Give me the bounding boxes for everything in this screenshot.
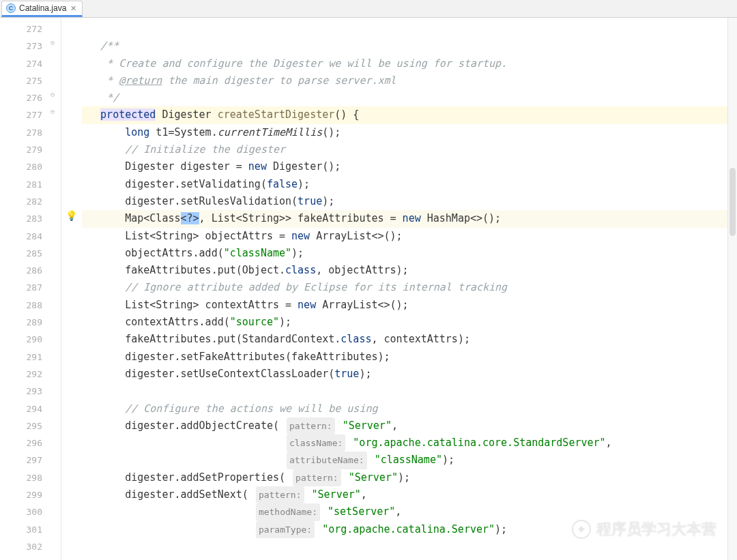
code-line[interactable]: className: "org.apache.catalina.core.Sta… <box>82 434 737 452</box>
code-line[interactable]: digester.addSetProperties( pattern: "Ser… <box>82 469 737 486</box>
code-line[interactable]: List<String> objectAttrs = new ArrayList… <box>82 228 737 245</box>
watermark: ✦ 程序员学习大本营 <box>572 519 717 540</box>
line-number: 278 <box>0 124 42 141</box>
code-line[interactable]: Digester digester = new Digester(); <box>82 158 737 175</box>
line-number: 296 <box>0 434 42 452</box>
parameter-hint: pattern: <box>293 469 341 486</box>
line-number: 297 <box>0 452 42 469</box>
code-line[interactable]: // Ignore attribute added by Eclipse for… <box>82 279 737 296</box>
line-number: 283 <box>0 210 42 227</box>
code-line[interactable]: fakeAttributes.put(StandardContext.class… <box>82 331 737 348</box>
vertical-scrollbar[interactable] <box>727 18 737 560</box>
line-number: 293 <box>0 383 42 400</box>
code-line[interactable]: protected Digester createStartDigester()… <box>82 106 737 123</box>
parameter-hint: attributeName: <box>287 452 367 469</box>
line-number: 273 <box>0 38 42 55</box>
line-number: 279 <box>0 141 42 158</box>
parameter-hint: methodName: <box>256 503 320 520</box>
code-line[interactable]: // Initialize the digester <box>82 141 737 158</box>
parameter-hint: pattern: <box>287 417 335 434</box>
line-number: 289 <box>0 314 42 331</box>
wechat-icon: ✦ <box>572 520 591 539</box>
code-line[interactable] <box>82 538 737 555</box>
line-number: 282 <box>0 193 42 210</box>
line-number: 301 <box>0 521 42 538</box>
java-class-icon: C <box>6 3 16 13</box>
code-line[interactable]: digester.setValidating(false); <box>82 176 737 193</box>
fold-toggle-icon[interactable]: ⊖ <box>50 108 59 116</box>
code-line[interactable] <box>82 383 737 400</box>
line-number: 298 <box>0 469 42 486</box>
code-line[interactable]: digester.setRulesValidation(true); <box>82 193 737 210</box>
line-number: 284 <box>0 228 42 245</box>
lightbulb-icon[interactable]: 💡 <box>66 210 75 220</box>
code-editor[interactable]: 2722732742752762772782792802812822832842… <box>0 18 737 560</box>
line-number: 276 <box>0 89 42 106</box>
close-icon[interactable]: ✕ <box>70 4 76 13</box>
line-number: 287 <box>0 279 42 296</box>
code-line[interactable]: */ <box>82 89 737 106</box>
watermark-text: 程序员学习大本营 <box>596 519 717 540</box>
fold-column: ⊖⊖⊖ <box>49 18 61 560</box>
code-line[interactable]: * @return the main digester to parse ser… <box>82 72 737 89</box>
line-number: 285 <box>0 245 42 262</box>
line-number: 281 <box>0 176 42 193</box>
code-line[interactable]: List<String> contextAttrs = new ArrayLis… <box>82 297 737 314</box>
code-line[interactable]: long t1=System.currentTimeMillis(); <box>82 124 737 141</box>
line-number: 272 <box>0 20 42 38</box>
line-number: 288 <box>0 297 42 314</box>
tab-filename: Catalina.java <box>19 3 66 13</box>
line-number: 277 <box>0 106 42 123</box>
scrollbar-thumb[interactable] <box>729 168 736 236</box>
line-number-gutter: 2722732742752762772782792802812822832842… <box>0 18 49 560</box>
line-number: 274 <box>0 55 42 72</box>
code-line[interactable]: digester.setFakeAttributes(fakeAttribute… <box>82 349 737 366</box>
code-line[interactable]: Map<Class<?>, List<String>> fakeAttribut… <box>82 210 737 227</box>
line-number: 299 <box>0 486 42 503</box>
code-line[interactable] <box>82 20 737 38</box>
code-line[interactable]: digester.addSetNext( pattern: "Server", <box>82 486 737 503</box>
line-number: 300 <box>0 503 42 520</box>
parameter-hint: className: <box>287 434 345 452</box>
line-number: 302 <box>0 538 42 555</box>
annotation-column: 💡 <box>61 18 82 560</box>
code-line[interactable]: digester.addObjectCreate( pattern: "Serv… <box>82 417 737 434</box>
line-number: 275 <box>0 72 42 89</box>
fold-toggle-icon[interactable]: ⊖ <box>50 39 59 47</box>
code-line[interactable]: digester.setUseContextClassLoader(true); <box>82 366 737 383</box>
code-line[interactable]: objectAttrs.add("className"); <box>82 245 737 262</box>
line-number: 280 <box>0 158 42 175</box>
parameter-hint: pattern: <box>256 486 304 503</box>
code-area[interactable]: /** * Create and configure the Digester … <box>82 18 737 560</box>
line-number: 292 <box>0 366 42 383</box>
code-line[interactable]: methodName: "setServer", <box>82 503 737 520</box>
line-number: 295 <box>0 417 42 434</box>
code-line[interactable]: /** <box>82 38 737 55</box>
code-line[interactable]: fakeAttributes.put(Object.class, objectA… <box>82 262 737 279</box>
code-line[interactable]: contextAttrs.add("source"); <box>82 314 737 331</box>
line-number: 290 <box>0 331 42 348</box>
code-line[interactable]: * Create and configure the Digester we w… <box>82 55 737 72</box>
parameter-hint: paramType: <box>256 521 315 538</box>
line-number: 291 <box>0 349 42 366</box>
fold-toggle-icon[interactable]: ⊖ <box>50 91 59 99</box>
code-line[interactable]: attributeName: "className"); <box>82 452 737 469</box>
code-line[interactable]: // Configure the actions we will be usin… <box>82 400 737 417</box>
tab-active[interactable]: C Catalina.java ✕ <box>1 1 83 17</box>
tab-bar: C Catalina.java ✕ <box>0 0 737 18</box>
line-number: 286 <box>0 262 42 279</box>
line-number: 294 <box>0 400 42 417</box>
